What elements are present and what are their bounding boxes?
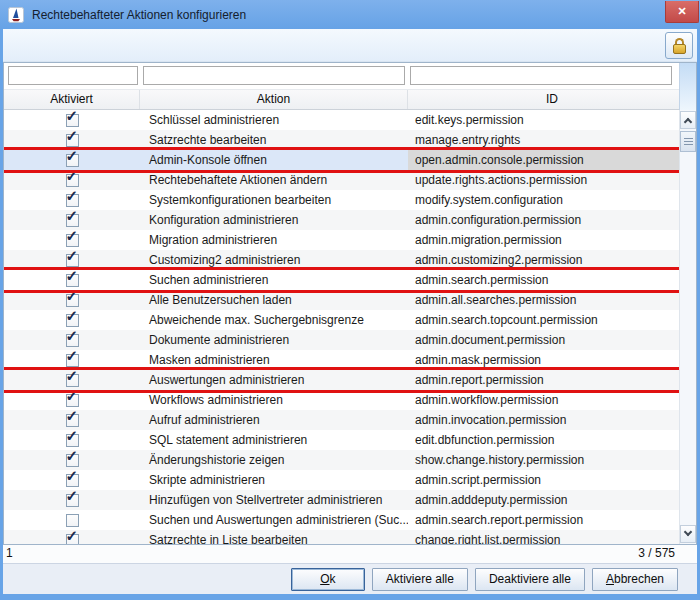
id-cell[interactable]: admin.report.permission — [408, 370, 679, 390]
row-checkbox[interactable]: ✓ — [66, 354, 79, 367]
table-row[interactable]: ✓Rechtebehaftete Aktionen ändernupdate.r… — [4, 170, 679, 190]
column-header-id[interactable]: ID — [408, 90, 696, 109]
row-checkbox[interactable]: ✓ — [66, 194, 79, 207]
aktion-cell[interactable]: Schlüssel administrieren — [140, 110, 408, 130]
table-row[interactable]: ✓Änderungshistorie zeigenshow.change.his… — [4, 450, 679, 470]
table-row[interactable]: ✓Customizing2 administrierenadmin.custom… — [4, 250, 679, 270]
row-checkbox[interactable] — [66, 514, 79, 527]
table-row[interactable]: ✓Konfiguration administrierenadmin.confi… — [4, 210, 679, 230]
aktion-cell[interactable]: Workflows administrieren — [140, 390, 408, 410]
aktion-cell[interactable]: Customizing2 administrieren — [140, 250, 408, 270]
filter-aktion-input[interactable] — [143, 66, 405, 85]
row-checkbox[interactable]: ✓ — [66, 214, 79, 227]
row-checkbox[interactable]: ✓ — [66, 394, 79, 407]
table-row[interactable]: ✓Admin-Konsole öffnenopen.admin.console.… — [4, 150, 679, 170]
id-cell[interactable]: admin.mask.permission — [408, 350, 679, 370]
row-checkbox[interactable]: ✓ — [66, 374, 79, 387]
table-row[interactable]: ✓Aufruf administrierenadmin.invocation.p… — [4, 410, 679, 430]
row-checkbox[interactable]: ✓ — [66, 254, 79, 267]
table-row[interactable]: ✓Alle Benutzersuchen ladenadmin.all.sear… — [4, 290, 679, 310]
row-checkbox[interactable]: ✓ — [66, 234, 79, 247]
id-cell[interactable]: admin.search.report.permission — [408, 510, 679, 530]
aktion-cell[interactable]: Aufruf administrieren — [140, 410, 408, 430]
table-row[interactable]: ✓Systemkonfigurationen bearbeitenmodify.… — [4, 190, 679, 210]
row-checkbox[interactable]: ✓ — [66, 494, 79, 507]
aktion-cell[interactable]: Abweichende max. Suchergebnisgrenze — [140, 310, 408, 330]
id-cell[interactable]: admin.script.permission — [408, 470, 679, 490]
aktiviere-alle-button[interactable]: Aktiviere alle — [372, 568, 468, 591]
table-row[interactable]: ✓Abweichende max. Suchergebnisgrenzeadmi… — [4, 310, 679, 330]
row-checkbox[interactable]: ✓ — [66, 454, 79, 467]
row-checkbox[interactable]: ✓ — [66, 274, 79, 287]
table-row[interactable]: ✓Satzrechte bearbeitenmanage.entry.right… — [4, 130, 679, 150]
id-cell[interactable]: open.admin.console.permission — [408, 150, 679, 170]
row-checkbox[interactable]: ✓ — [66, 434, 79, 447]
id-cell[interactable]: admin.search.topcount.permission — [408, 310, 679, 330]
id-cell[interactable]: change.right.list.permission — [408, 530, 679, 544]
column-header-aktiviert[interactable]: Aktiviert — [4, 90, 140, 109]
row-checkbox[interactable]: ✓ — [66, 114, 79, 127]
row-checkbox[interactable]: ✓ — [66, 294, 79, 307]
aktion-cell[interactable]: Migration administrieren — [140, 230, 408, 250]
aktion-cell[interactable]: Hinzufügen von Stellvertreter administri… — [140, 490, 408, 510]
table-row[interactable]: ✓Skripte administrierenadmin.script.perm… — [4, 470, 679, 490]
table-row[interactable]: ✓Dokumente administrierenadmin.document.… — [4, 330, 679, 350]
row-checkbox[interactable]: ✓ — [66, 134, 79, 147]
row-checkbox[interactable]: ✓ — [66, 474, 79, 487]
titlebar[interactable]: Rechtebehafteter Aktionen konfigurieren … — [0, 0, 700, 29]
aktion-cell[interactable]: Dokumente administrieren — [140, 330, 408, 350]
id-cell[interactable]: edit.keys.permission — [408, 110, 679, 130]
scrollbar-thumb[interactable] — [680, 131, 696, 152]
id-cell[interactable]: admin.search.permission — [408, 270, 679, 290]
close-button[interactable]: ✕ — [665, 1, 699, 23]
id-cell[interactable]: admin.invocation.permission — [408, 410, 679, 430]
aktion-cell[interactable]: Konfiguration administrieren — [140, 210, 408, 230]
aktion-cell[interactable]: Änderungshistorie zeigen — [140, 450, 408, 470]
filter-aktiviert-input[interactable] — [8, 66, 138, 85]
id-cell[interactable]: admin.workflow.permission — [408, 390, 679, 410]
id-cell[interactable]: admin.adddeputy.permission — [408, 490, 679, 510]
aktion-cell[interactable]: Suchen administrieren — [140, 270, 408, 290]
id-cell[interactable]: admin.customizing2.permission — [408, 250, 679, 270]
id-cell[interactable]: update.rights.actions.permission — [408, 170, 679, 190]
aktion-cell[interactable]: Rechtebehaftete Aktionen ändern — [140, 170, 408, 190]
aktion-cell[interactable]: Satzrechte bearbeiten — [140, 130, 408, 150]
table-row[interactable]: ✓Auswertungen administrierenadmin.report… — [4, 370, 679, 390]
column-header-aktion[interactable]: Aktion — [140, 90, 408, 109]
aktion-cell[interactable]: Suchen und Auswertungen administrieren (… — [140, 510, 408, 530]
row-checkbox[interactable]: ✓ — [66, 154, 79, 167]
id-cell[interactable]: manage.entry.rights — [408, 130, 679, 150]
table-row[interactable]: ✓Satzrechte in Liste bearbeitenchange.ri… — [4, 530, 679, 544]
deaktiviere-alle-button[interactable]: Deaktiviere alle — [475, 568, 585, 591]
row-checkbox[interactable]: ✓ — [66, 414, 79, 427]
id-cell[interactable]: modify.system.configuration — [408, 190, 679, 210]
id-cell[interactable]: show.change.history.permission — [408, 450, 679, 470]
scroll-down-button[interactable] — [680, 525, 696, 543]
row-checkbox[interactable]: ✓ — [66, 334, 79, 347]
row-checkbox[interactable]: ✓ — [66, 314, 79, 327]
table-row[interactable]: ✓Workflows administrierenadmin.workflow.… — [4, 390, 679, 410]
vertical-scrollbar[interactable] — [679, 110, 696, 544]
aktion-cell[interactable]: Auswertungen administrieren — [140, 370, 408, 390]
id-cell[interactable]: edit.dbfunction.permission — [408, 430, 679, 450]
abbrechen-button[interactable]: Abbrechen — [592, 568, 678, 591]
ok-button[interactable]: Ok — [291, 568, 365, 591]
table-row[interactable]: ✓SQL statement administrierenedit.dbfunc… — [4, 430, 679, 450]
table-row[interactable]: ✓Schlüssel administrierenedit.keys.permi… — [4, 110, 679, 130]
table-row[interactable]: ✓Masken administrierenadmin.mask.permiss… — [4, 350, 679, 370]
aktion-cell[interactable]: SQL statement administrieren — [140, 430, 408, 450]
table-row[interactable]: Suchen und Auswertungen administrieren (… — [4, 510, 679, 530]
aktion-cell[interactable]: Alle Benutzersuchen laden — [140, 290, 408, 310]
table-row[interactable]: ✓Suchen administrierenadmin.search.permi… — [4, 270, 679, 290]
aktion-cell[interactable]: Skripte administrieren — [140, 470, 408, 490]
aktion-cell[interactable]: Systemkonfigurationen bearbeiten — [140, 190, 408, 210]
row-checkbox[interactable]: ✓ — [66, 534, 79, 545]
scroll-up-button[interactable] — [680, 111, 696, 129]
row-checkbox[interactable]: ✓ — [66, 174, 79, 187]
aktion-cell[interactable]: Admin-Konsole öffnen — [140, 150, 408, 170]
id-cell[interactable]: admin.document.permission — [408, 330, 679, 350]
id-cell[interactable]: admin.configuration.permission — [408, 210, 679, 230]
id-cell[interactable]: admin.migration.permission — [408, 230, 679, 250]
aktion-cell[interactable]: Masken administrieren — [140, 350, 408, 370]
id-cell[interactable]: admin.all.searches.permission — [408, 290, 679, 310]
